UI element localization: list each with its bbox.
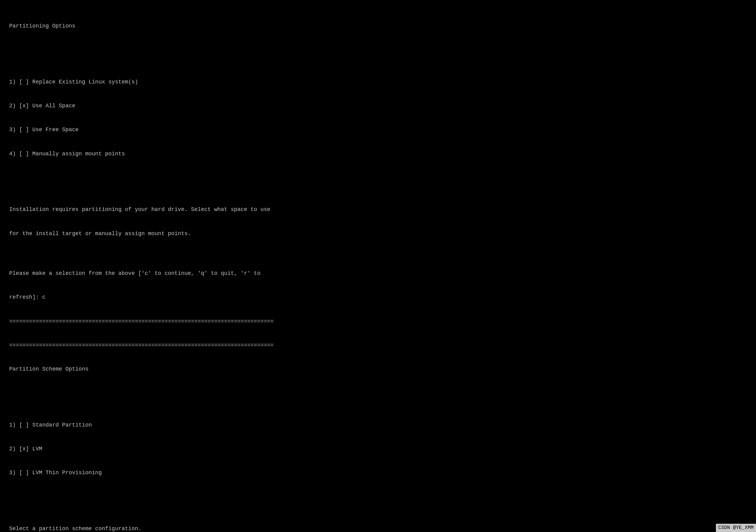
partition-scheme-list: 1) [ ] Standard Partition 2) [x] LVM 3) …	[9, 405, 747, 493]
divider1-top: ========================================…	[9, 317, 747, 325]
partitioning-prompt-input: refresh]: c	[9, 293, 747, 301]
partitioning-prompt: Please make a selection from the above […	[9, 269, 747, 277]
partitioning-options-header: Partitioning Options	[9, 22, 747, 30]
list-item: 1) [ ] Replace Existing Linux system(s)	[9, 78, 747, 86]
partitioning-description-2: for the install target or manually assig…	[9, 230, 747, 238]
bottom-watermark: CSDN @YE_XMM	[716, 524, 756, 532]
partition-scheme-header: Partition Scheme Options	[9, 365, 747, 373]
list-item: 4) [ ] Manually assign mount points	[9, 150, 747, 158]
list-item: 3) [ ] Use Free Space	[9, 126, 747, 134]
partitioning-options-list: 1) [ ] Replace Existing Linux system(s) …	[9, 62, 747, 174]
divider1-bottom: ========================================…	[9, 341, 747, 349]
terminal-window: Partitioning Options 1) [ ] Replace Exis…	[9, 6, 747, 532]
list-item: 2) [x] LVM	[9, 445, 747, 453]
list-item: 3) [ ] LVM Thin Provisioning	[9, 469, 747, 477]
partition-scheme-description: Select a partition scheme configuration.	[9, 525, 747, 532]
list-item: 1) [ ] Standard Partition	[9, 421, 747, 429]
partitioning-description: Installation requires partitioning of yo…	[9, 205, 747, 214]
list-item: 2) [x] Use All Space	[9, 102, 747, 110]
